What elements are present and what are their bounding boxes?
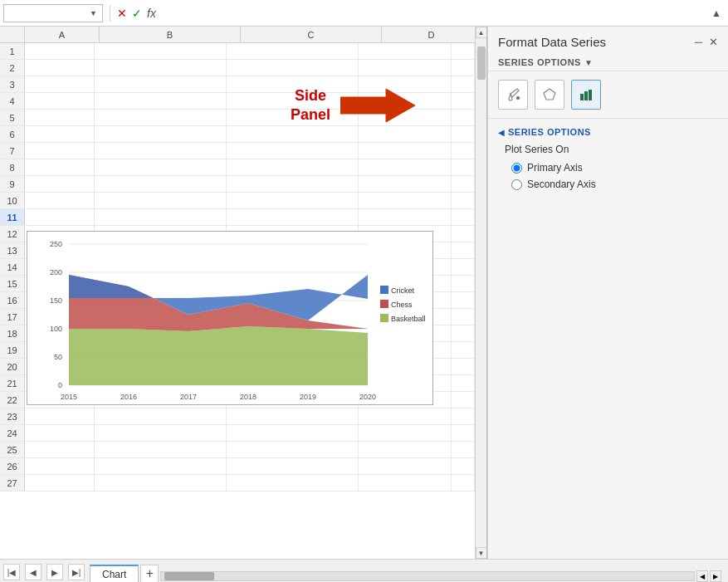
- table-row: 11: [0, 209, 475, 226]
- cell-b3[interactable]: [95, 76, 227, 92]
- series-options-arrow: ▼: [584, 58, 593, 67]
- table-row: 27: [0, 475, 475, 492]
- formula-input[interactable]: [159, 4, 705, 22]
- side-panel: Format Data Series ─ ✕ SERIES OPTIONS ▼: [487, 27, 728, 559]
- tab-bar: |◀ ◀ ▶ ▶| Chart + ◀ ▶: [0, 559, 728, 582]
- col-header-b[interactable]: B: [100, 27, 241, 42]
- cell-a2[interactable]: [25, 60, 95, 76]
- scroll-up-button[interactable]: ▲: [476, 27, 487, 38]
- effects-icon: [542, 87, 557, 102]
- col-header-a[interactable]: A: [25, 27, 100, 42]
- scroll-down-button[interactable]: ▼: [476, 547, 487, 559]
- series-content: ◀ SERIES OPTIONS Plot Series On Primary …: [488, 119, 728, 198]
- table-row: 1: [0, 43, 475, 60]
- section-arrow-icon: ◀: [498, 128, 505, 137]
- cell-c2[interactable]: [227, 60, 359, 76]
- svg-text:Chess: Chess: [391, 301, 413, 309]
- svg-rect-26: [380, 314, 388, 322]
- side-panel-minimize-button[interactable]: ─: [695, 36, 702, 48]
- cell-e1[interactable]: [452, 43, 475, 59]
- svg-rect-32: [589, 90, 592, 100]
- svg-text:Basketball: Basketball: [391, 315, 426, 323]
- svg-text:150: 150: [50, 296, 62, 305]
- scroll-track[interactable]: [476, 38, 487, 547]
- svg-marker-19: [69, 326, 368, 385]
- col-header-c[interactable]: C: [241, 27, 382, 42]
- cell-e2[interactable]: [452, 60, 475, 76]
- row-number: 1: [0, 43, 25, 59]
- h-scroll-left[interactable]: ◀: [696, 570, 708, 582]
- fx-icon[interactable]: fx: [147, 7, 156, 20]
- tab-nav-first-button[interactable]: |◀: [3, 564, 20, 580]
- name-box[interactable]: ▼: [3, 4, 103, 22]
- annotation-text: SidePanel: [291, 86, 330, 125]
- chart-svg: 0 50 100 150 200 250 2015 2016 2017 2018…: [36, 240, 442, 414]
- table-row: 25: [0, 442, 475, 458]
- scroll-thumb[interactable]: [477, 46, 486, 80]
- svg-text:250: 250: [50, 240, 62, 248]
- tab-nav-last-button[interactable]: ▶|: [68, 564, 85, 580]
- horizontal-scrollbar[interactable]: [160, 571, 695, 581]
- table-row: 24: [0, 425, 475, 442]
- table-row: 2: [0, 60, 475, 76]
- bar-chart-icon-button[interactable]: [571, 80, 601, 110]
- cell-b2[interactable]: [95, 60, 227, 76]
- row-header-spacer: [0, 27, 25, 42]
- confirm-icon[interactable]: ✓: [132, 7, 142, 20]
- effects-icon-button[interactable]: [535, 80, 564, 110]
- cell-a3[interactable]: SidePanel: [25, 76, 95, 92]
- cancel-icon[interactable]: ✕: [117, 7, 127, 20]
- svg-text:2017: 2017: [180, 393, 197, 401]
- plot-series-label: Plot Series On: [498, 144, 718, 155]
- main-container: A B C D E 1: [0, 27, 728, 559]
- cell-a1[interactable]: [25, 43, 95, 59]
- spreadsheet-right: A B C D E 1: [0, 27, 486, 559]
- column-headers: A B C D E: [0, 27, 475, 43]
- vertical-scrollbar[interactable]: ▲ ▼: [475, 27, 486, 559]
- name-box-dropdown-icon[interactable]: ▼: [90, 9, 97, 17]
- grid-area: A B C D E 1: [0, 27, 475, 559]
- collapse-button[interactable]: ▲: [708, 5, 725, 22]
- add-sheet-button[interactable]: +: [140, 565, 159, 582]
- secondary-axis-radio[interactable]: [511, 179, 522, 190]
- chart-container[interactable]: 0 50 100 150 200 250 2015 2016 2017 2018…: [27, 231, 433, 405]
- col-header-d[interactable]: D: [382, 27, 475, 42]
- svg-rect-24: [380, 300, 388, 308]
- svg-text:200: 200: [50, 268, 62, 276]
- svg-rect-30: [580, 94, 584, 100]
- formula-icons: ✕ ✓ fx: [117, 7, 156, 20]
- h-scroll-right[interactable]: ▶: [710, 570, 721, 582]
- table-row: 9: [0, 176, 475, 193]
- svg-text:2020: 2020: [359, 393, 376, 401]
- cell-e3[interactable]: [452, 76, 475, 92]
- svg-text:2019: 2019: [300, 393, 316, 401]
- paint-bucket-icon-button[interactable]: [498, 80, 528, 110]
- svg-text:100: 100: [50, 325, 62, 333]
- side-panel-title: Format Data Series: [498, 35, 606, 49]
- series-section-title: SERIES OPTIONS: [508, 127, 591, 137]
- h-scroll-thumb[interactable]: [164, 572, 214, 580]
- primary-axis-option[interactable]: Primary Axis: [511, 162, 718, 174]
- svg-marker-0: [340, 89, 415, 122]
- row-number: 3: [0, 76, 25, 92]
- side-panel-close-button[interactable]: ✕: [709, 36, 718, 48]
- axis-radio-group: Primary Axis Secondary Axis: [498, 162, 718, 190]
- cell-c1[interactable]: [227, 43, 359, 59]
- svg-text:2016: 2016: [120, 393, 137, 401]
- tab-nav-prev-button[interactable]: ◀: [25, 564, 42, 580]
- table-row: 8: [0, 159, 475, 176]
- secondary-axis-option[interactable]: Secondary Axis: [511, 179, 718, 190]
- paint-bucket-icon: [506, 87, 520, 102]
- cell-d2[interactable]: [359, 60, 452, 76]
- formula-bar: ▼ ✕ ✓ fx ▲: [0, 0, 728, 27]
- secondary-axis-label: Secondary Axis: [527, 179, 596, 190]
- svg-text:2018: 2018: [240, 393, 257, 401]
- cell-b1[interactable]: [95, 43, 227, 59]
- tab-nav-next-button[interactable]: ▶: [46, 564, 63, 580]
- cell-d1[interactable]: [359, 43, 452, 59]
- primary-axis-radio[interactable]: [511, 163, 522, 174]
- chart-sheet-tab[interactable]: Chart: [90, 565, 139, 582]
- arrow-icon: [340, 85, 415, 126]
- formula-separator: [110, 5, 110, 22]
- add-sheet-icon: +: [146, 566, 154, 581]
